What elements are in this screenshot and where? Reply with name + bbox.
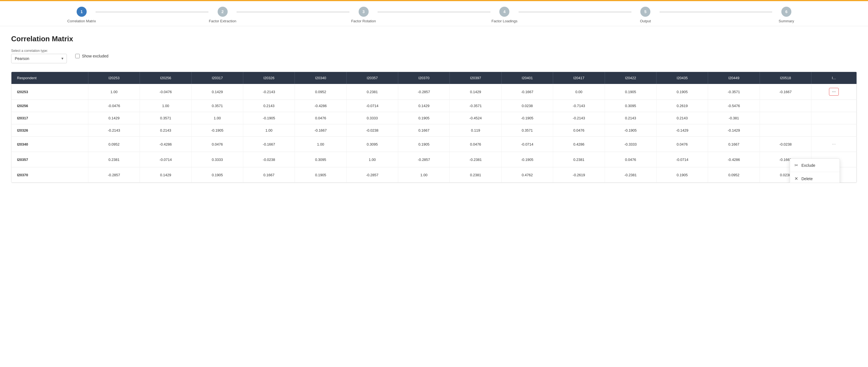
col-header-I20370: I20370 — [398, 72, 450, 84]
step-circle-2: 2 — [218, 7, 228, 17]
col-header-I20326: I20326 — [243, 72, 294, 84]
step-2[interactable]: 2 Factor Extraction — [152, 7, 293, 23]
step-5[interactable]: 5 Output — [575, 7, 716, 23]
delete-icon: ✕ — [795, 176, 798, 181]
table-row: I20340 0.0952 -0.4286 0.0476 -0.1667 1.0… — [11, 137, 857, 152]
col-header-more: I... — [811, 72, 857, 84]
step-circle-4: 4 — [499, 7, 509, 17]
row-id: I20256 — [11, 100, 88, 112]
show-excluded-label: Show excluded — [82, 54, 108, 58]
step-circle-1: 1 — [76, 7, 87, 17]
menu-item-exclude-label: Exclude — [801, 163, 815, 168]
row-id: I20317 — [11, 112, 88, 124]
col-header-I20357: I20357 — [346, 72, 398, 84]
col-header-respondent: Respondent — [11, 72, 88, 84]
step-label-5: Output — [640, 19, 651, 23]
correlation-table-container: Respondent I20253 I20256 I20317 I20326 I… — [11, 72, 857, 183]
col-header-I20422: I20422 — [605, 72, 656, 84]
row-id: I20326 — [11, 124, 88, 137]
table-row: I20326 -0.2143 0.2143 -0.1905 1.00 -0.16… — [11, 124, 857, 137]
table-header-row: Respondent I20253 I20256 I20317 I20326 I… — [11, 72, 857, 84]
page-content: Correlation Matrix Select a correlation … — [0, 26, 868, 191]
col-header-I20417: I20417 — [553, 72, 605, 84]
col-header-I20317: I20317 — [191, 72, 243, 84]
row-id: I20357 — [11, 152, 88, 167]
row-id: I20340 — [11, 137, 88, 152]
menu-item-delete[interactable]: ✕ Delete — [790, 172, 840, 183]
table-row: I20370 -0.2857 0.1429 0.1905 0.1667 0.19… — [11, 167, 857, 183]
table-row: I20256 -0.0476 1.00 0.3571 0.2143 -0.428… — [11, 100, 857, 112]
step-circle-5: 5 — [640, 7, 650, 17]
menu-item-delete-label: Delete — [801, 176, 812, 181]
page-title: Correlation Matrix — [11, 35, 857, 43]
col-header-I20253: I20253 — [88, 72, 140, 84]
menu-item-exclude[interactable]: ✂ Exclude — [790, 159, 840, 172]
col-header-I20435: I20435 — [656, 72, 708, 84]
step-label-3: Factor Rotation — [351, 19, 376, 23]
table-row: I20357 0.2381 -0.0714 0.3333 -0.0238 0.3… — [11, 152, 857, 167]
step-1[interactable]: 1 Correlation Matrix — [11, 7, 152, 23]
step-label-2: Factor Extraction — [209, 19, 236, 23]
col-header-I20449: I20449 — [708, 72, 760, 84]
row-id: I20253 — [11, 84, 88, 100]
col-header-I20397: I20397 — [450, 72, 501, 84]
row-context-menu: ✂ Exclude ✕ Delete ⬡ View Q-Sort — [790, 159, 840, 183]
step-6[interactable]: 6 Summary — [716, 7, 857, 23]
step-circle-6: 6 — [781, 7, 792, 17]
stepper: 1 Correlation Matrix 2 Factor Extraction… — [0, 1, 868, 26]
col-header-I20518: I20518 — [760, 72, 811, 84]
correlation-type-label: Select a correlation type: — [11, 49, 67, 53]
step-label-1: Correlation Matrix — [67, 19, 96, 23]
correlation-type-select-wrapper: Pearson Spearman Kendall ▼ — [11, 54, 67, 63]
step-3[interactable]: 3 Factor Rotation — [293, 7, 434, 23]
show-excluded-checkbox-label[interactable]: Show excluded — [75, 54, 108, 58]
correlation-type-control: Select a correlation type: Pearson Spear… — [11, 49, 67, 63]
step-label-4: Factor Loadings — [492, 19, 518, 23]
col-header-I20256: I20256 — [140, 72, 191, 84]
row-menu-button-I20253[interactable]: ··· — [829, 88, 839, 96]
step-label-6: Summary — [779, 19, 794, 23]
show-excluded-checkbox[interactable] — [75, 54, 80, 58]
row-id: I20370 — [11, 167, 88, 183]
step-circle-3: 3 — [359, 7, 369, 17]
table-row: I20317 0.1429 0.3571 1.00 -0.1905 0.0476… — [11, 112, 857, 124]
col-header-I20401: I20401 — [501, 72, 553, 84]
row-menu-button-I20340[interactable]: ··· — [830, 141, 838, 148]
table-row: I20253 1.00 -0.0476 0.1429 -0.2143 0.095… — [11, 84, 857, 100]
scissors-icon: ✂ — [795, 163, 798, 168]
col-header-I20340: I20340 — [295, 72, 346, 84]
step-4[interactable]: 4 Factor Loadings — [434, 7, 575, 23]
controls: Select a correlation type: Pearson Spear… — [11, 49, 857, 63]
correlation-table: Respondent I20253 I20256 I20317 I20326 I… — [11, 72, 857, 183]
correlation-type-select[interactable]: Pearson Spearman Kendall — [11, 54, 67, 63]
